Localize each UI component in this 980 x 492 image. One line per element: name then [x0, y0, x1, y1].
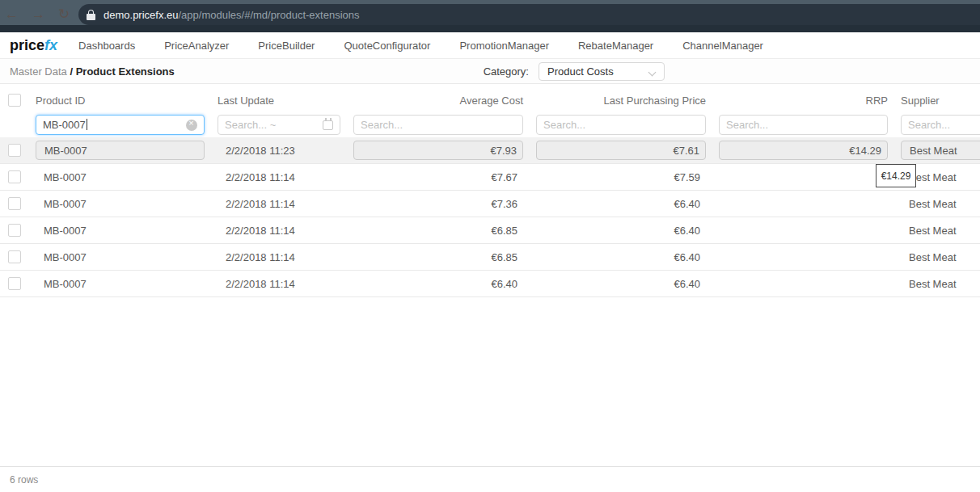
calendar-icon[interactable]	[323, 120, 333, 130]
table-footer: 6 rows	[0, 466, 980, 492]
header-supplier[interactable]: Supplier	[894, 95, 980, 107]
cell-rrp[interactable]: €14.29	[719, 141, 888, 160]
row-checkbox[interactable]	[8, 224, 21, 237]
url-path: /app/modules/#/md/product-extensions	[179, 9, 360, 21]
forward-icon[interactable]: →	[32, 6, 45, 23]
lock-icon	[87, 10, 95, 20]
breadcrumb: Master Data / Product Extensions	[10, 65, 175, 78]
back-icon[interactable]: ←	[5, 6, 19, 23]
cell-last-update: 2/2/2018 11:14	[211, 198, 347, 210]
url-text[interactable]: demo.pricefx.eu/app/modules/#/md/product…	[103, 9, 360, 21]
filter-product-id[interactable]: MB-0007	[36, 115, 205, 135]
menu-item-channelmanager[interactable]: ChannelManager	[682, 40, 763, 52]
table-row[interactable]: MB-0007 2/2/2018 11:14 €7.36 €6.40 Best …	[0, 191, 980, 217]
cell-product-id[interactable]: MB-0007	[36, 141, 205, 160]
cell-product-id: MB-0007	[29, 251, 211, 263]
category-control: Category: Product Costs	[484, 62, 665, 81]
table-row[interactable]: MB-0007 2/2/2018 11:23 €7.93 €7.61 €14.2…	[0, 137, 980, 164]
filter-average-cost[interactable]: Search...	[353, 115, 523, 135]
logo-fx: fx	[44, 37, 57, 53]
cell-supplier: Best Meat	[894, 198, 980, 210]
cell-average-cost: €7.36	[347, 198, 530, 210]
filter-supplier-placeholder: Search...	[908, 119, 950, 131]
header-product-id[interactable]: Product ID	[29, 95, 211, 107]
cell-average-cost: €6.85	[347, 225, 530, 237]
filter-last-update[interactable]: Search... ~	[218, 115, 340, 135]
cell-last-update: 2/2/2018 11:23	[211, 145, 347, 157]
filter-lpp-placeholder: Search...	[543, 119, 585, 131]
cell-average-cost[interactable]: €7.93	[353, 141, 523, 160]
filter-last-update-placeholder: Search... ~	[225, 119, 276, 131]
cell-last-purchasing-price: €6.40	[530, 225, 712, 237]
cell-average-cost: €7.67	[347, 171, 530, 183]
category-value: Product Costs	[547, 65, 614, 78]
table-header-row: Product ID Last Update Average Cost Last…	[0, 84, 980, 111]
table-row[interactable]: MB-0007 2/2/2018 11:14 €7.67 €7.59 Best …	[0, 164, 980, 191]
cell-supplier[interactable]: Best Meat	[901, 141, 980, 160]
browser-chrome: ← → ↻ demo.pricefx.eu/app/modules/#/md/p…	[0, 0, 980, 32]
breadcrumb-section[interactable]: Master Data	[10, 65, 67, 78]
breadcrumb-page: Product Extensions	[76, 65, 175, 78]
cell-last-update: 2/2/2018 11:14	[211, 278, 347, 290]
category-label: Category:	[484, 65, 529, 78]
menu-item-quoteconfigurator[interactable]: QuoteConfigurator	[344, 40, 430, 52]
header-last-purchasing-price[interactable]: Last Purchasing Price	[530, 95, 712, 107]
filter-supplier[interactable]: Search...	[901, 115, 980, 135]
reload-icon[interactable]: ↻	[58, 6, 70, 23]
cell-last-update: 2/2/2018 11:14	[211, 225, 347, 237]
table-row[interactable]: MB-0007 2/2/2018 11:14 €6.85 €6.40 Best …	[0, 244, 980, 271]
category-select[interactable]: Product Costs	[539, 62, 665, 81]
header-last-update[interactable]: Last Update	[211, 95, 347, 107]
cell-last-purchasing-price[interactable]: €7.61	[536, 141, 706, 160]
row-checkbox[interactable]	[8, 250, 21, 263]
menu-item-priceanalyzer[interactable]: PriceAnalyzer	[164, 40, 229, 52]
row-count: 6 rows	[10, 474, 38, 486]
header-average-cost[interactable]: Average Cost	[347, 95, 530, 107]
table-row[interactable]: MB-0007 2/2/2018 11:14 €6.85 €6.40 Best …	[0, 217, 980, 244]
filter-average-cost-placeholder: Search...	[361, 119, 403, 131]
menu-item-rebatemanager[interactable]: RebateManager	[578, 40, 653, 52]
cell-supplier: Best Meat	[894, 251, 980, 263]
cell-average-cost: €6.85	[347, 251, 530, 263]
filter-product-id-value: MB-0007	[43, 119, 86, 131]
clear-filter-icon[interactable]	[186, 120, 197, 131]
main-menu: Dashboards PriceAnalyzer PriceBuilder Qu…	[78, 40, 763, 52]
cell-last-update: 2/2/2018 11:14	[211, 251, 347, 263]
cell-product-id: MB-0007	[29, 225, 211, 237]
menu-item-pricebuilder[interactable]: PriceBuilder	[258, 40, 315, 52]
row-checkbox[interactable]	[8, 170, 21, 183]
menu-item-promotionmanager[interactable]: PromotionManager	[459, 40, 549, 52]
chevron-down-icon	[649, 69, 656, 75]
cell-last-purchasing-price: €6.40	[530, 198, 712, 210]
cell-last-update: 2/2/2018 11:14	[211, 171, 347, 183]
filter-rrp-placeholder: Search...	[726, 119, 768, 131]
row-checkbox[interactable]	[8, 197, 21, 210]
row-checkbox[interactable]	[8, 144, 21, 157]
value-tooltip: €14.29	[876, 164, 916, 187]
breadcrumb-separator: /	[70, 65, 73, 78]
cell-average-cost: €6.40	[347, 278, 530, 290]
row-checkbox[interactable]	[8, 277, 21, 290]
chrome-bottom-strip	[0, 25, 980, 32]
cell-supplier: Best Meat	[894, 278, 980, 290]
address-bar[interactable]: demo.pricefx.eu/app/modules/#/md/product…	[78, 4, 980, 25]
filter-rrp[interactable]: Search...	[719, 115, 888, 135]
menu-item-dashboards[interactable]: Dashboards	[78, 40, 135, 52]
select-all-checkbox[interactable]	[8, 94, 21, 107]
filter-last-purchasing-price[interactable]: Search...	[536, 115, 706, 135]
cell-supplier: Best Meat	[894, 225, 980, 237]
cell-last-purchasing-price: €6.40	[530, 251, 712, 263]
cell-product-id: MB-0007	[29, 198, 211, 210]
table-row[interactable]: MB-0007 2/2/2018 11:14 €6.40 €6.40 Best …	[0, 271, 980, 297]
text-caret	[87, 119, 87, 130]
cell-last-purchasing-price: €6.40	[530, 278, 712, 290]
pricefx-logo[interactable]: pricefx	[10, 37, 57, 54]
page: ← → ↻ demo.pricefx.eu/app/modules/#/md/p…	[0, 0, 980, 492]
url-domain: demo.pricefx.eu	[103, 9, 179, 21]
cell-product-id: MB-0007	[29, 171, 211, 183]
cell-product-id: MB-0007	[29, 278, 211, 290]
logo-price: price	[10, 37, 44, 53]
cell-last-purchasing-price: €7.59	[530, 171, 712, 183]
table-filter-row: MB-0007 Search... ~ Search... Search... …	[0, 111, 980, 137]
header-rrp[interactable]: RRP	[712, 95, 894, 107]
